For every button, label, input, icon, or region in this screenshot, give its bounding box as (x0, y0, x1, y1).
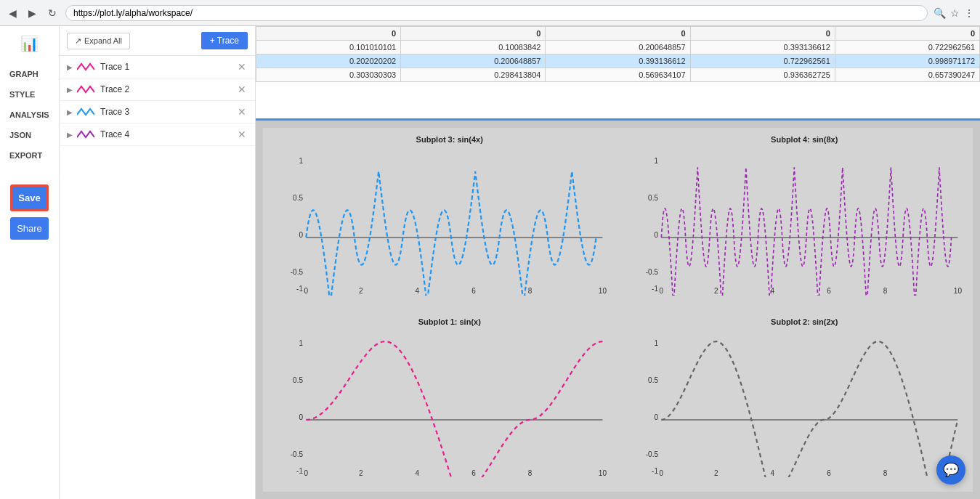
subplot-svg: 1 0.5 0 -0.5 -1 0 2 4 6 8 10 (288, 329, 611, 478)
list-item[interactable]: ▶ Trace 2 ✕ (60, 78, 255, 101)
sidebar-item-analysis[interactable]: ANALYSIS (0, 105, 59, 125)
share-button[interactable]: Share (10, 217, 48, 240)
svg-text:0: 0 (304, 469, 309, 477)
table-cell: 0.298413804 (401, 68, 546, 82)
svg-text:8: 8 (528, 469, 532, 477)
chat-button[interactable]: 💬 (936, 455, 965, 484)
table-cell: 0.722962561 (835, 41, 979, 54)
subplot-title: Subplot 1: sin(x) (288, 317, 611, 326)
svg-text:0: 0 (654, 413, 658, 421)
svg-text:2: 2 (714, 287, 718, 295)
table-row: 0.202020202 0.200648857 0.393136612 0.72… (256, 54, 980, 68)
svg-text:4: 4 (416, 469, 420, 477)
table-row: 0 0 0 0 0 (256, 27, 980, 41)
svg-text:10: 10 (599, 469, 607, 477)
trace-label: Trace 3 (100, 107, 236, 117)
subplot-2: Subplot 2: sin(2x) 1 0.5 0 -0.5 -1 0 2 4… (618, 310, 973, 492)
svg-text:-1: -1 (652, 466, 658, 474)
svg-text:10: 10 (599, 287, 607, 295)
bookmark-icon: ☆ (950, 7, 960, 19)
table-cell: 0.200648857 (546, 41, 690, 54)
svg-text:0.5: 0.5 (293, 194, 303, 202)
svg-text:-0.5: -0.5 (291, 450, 304, 458)
sidebar-item-style[interactable]: STYLE (0, 84, 59, 105)
trace-line-icon (77, 106, 94, 118)
trace-close-icon[interactable]: ✕ (236, 84, 248, 95)
save-share-area: Save Share (3, 177, 55, 247)
expand-icon: ↗ (75, 36, 81, 46)
svg-text:0: 0 (299, 413, 303, 421)
table-cell: 0 (546, 27, 690, 41)
table-cell: 0.393136612 (546, 54, 690, 68)
table-cell: 0 (690, 27, 835, 41)
table-cell: 0.393136612 (690, 41, 835, 54)
trace-panel: ↗ Expand All + Trace ▶ Trace 1 ✕ ▶ T (60, 26, 256, 499)
svg-text:10: 10 (953, 287, 961, 295)
table-cell: 0.657390247 (835, 68, 979, 82)
add-trace-button[interactable]: + Trace (201, 32, 248, 49)
forward-button[interactable]: ▶ (25, 6, 39, 20)
svg-text:-1: -1 (296, 466, 303, 474)
svg-text:1: 1 (299, 338, 303, 346)
sidebar-item-json[interactable]: JSON (0, 125, 59, 145)
save-button[interactable]: Save (10, 184, 48, 211)
list-item[interactable]: ▶ Trace 3 ✕ (60, 101, 255, 123)
svg-text:8: 8 (883, 287, 887, 295)
svg-text:2: 2 (359, 469, 363, 477)
trace-line-icon (77, 84, 94, 95)
subplot-title: Subplot 3: sin(4x) (288, 135, 611, 144)
svg-text:-0.5: -0.5 (645, 268, 658, 276)
list-item[interactable]: ▶ Trace 1 ✕ (60, 56, 255, 78)
svg-rect-0 (288, 147, 611, 296)
svg-text:-1: -1 (652, 285, 658, 293)
svg-text:4: 4 (416, 287, 420, 295)
back-button[interactable]: ◀ (6, 6, 20, 20)
data-table-area[interactable]: 0 0 0 0 0 0.101010101 0.10083842 0.20064… (256, 26, 980, 121)
trace-close-icon[interactable]: ✕ (236, 61, 248, 73)
table-cell: 0.998971172 (835, 54, 979, 68)
trace-line-icon (77, 129, 94, 140)
subplot-svg: 1 0.5 0 -0.5 -1 0 2 4 6 8 10 (288, 147, 611, 296)
trace-close-icon[interactable]: ✕ (236, 129, 248, 140)
url-bar[interactable] (65, 5, 928, 21)
svg-text:6: 6 (827, 469, 831, 477)
chart-icon[interactable]: 📊 (20, 35, 39, 52)
trace-label: Trace 2 (100, 84, 236, 94)
sidebar-nav: GRAPH STYLE ANALYSIS JSON EXPORT (0, 64, 59, 166)
table-cell: 0 (835, 27, 979, 41)
svg-text:6: 6 (827, 287, 831, 295)
table-cell: 0 (401, 27, 546, 41)
expand-arrow-icon: ▶ (67, 86, 73, 94)
trace-label: Trace 1 (100, 62, 236, 72)
svg-text:0: 0 (659, 287, 663, 295)
svg-text:0: 0 (304, 287, 309, 295)
svg-rect-39 (644, 329, 966, 478)
svg-text:8: 8 (528, 287, 532, 295)
chart-area: Subplot 3: sin(4x) 1 0.5 0 -0.5 -1 0 2 4… (256, 121, 980, 499)
subplot-svg: 1 0.5 0 -0.5 -1 0 2 4 6 8 10 (644, 329, 966, 478)
menu-icon: ⋮ (964, 7, 974, 19)
table-cell: 0 (256, 27, 401, 41)
svg-text:0: 0 (654, 231, 658, 239)
svg-text:0.5: 0.5 (293, 376, 303, 384)
table-row: 0.101010101 0.10083842 0.200648857 0.393… (256, 41, 980, 54)
svg-text:-1: -1 (296, 285, 303, 293)
svg-text:0: 0 (299, 231, 303, 239)
browser-bar: ◀ ▶ ↻ 🔍 ☆ ⋮ (0, 0, 980, 26)
table-cell: 0.569634107 (546, 68, 690, 82)
svg-text:1: 1 (654, 338, 658, 346)
browser-actions: 🔍 ☆ ⋮ (934, 7, 974, 19)
left-sidebar: 📊 GRAPH STYLE ANALYSIS JSON EXPORT Save … (0, 26, 60, 499)
table-cell: 0.202020202 (256, 54, 401, 68)
refresh-button[interactable]: ↻ (45, 6, 60, 20)
table-cell: 0.10083842 (401, 41, 546, 54)
sidebar-item-export[interactable]: EXPORT (0, 145, 59, 166)
svg-text:0.5: 0.5 (648, 194, 658, 202)
trace-close-icon[interactable]: ✕ (236, 106, 248, 118)
main-content: 0 0 0 0 0 0.101010101 0.10083842 0.20064… (256, 26, 980, 499)
list-item[interactable]: ▶ Trace 4 ✕ (60, 123, 255, 146)
sidebar-item-graph[interactable]: GRAPH (0, 64, 59, 84)
expand-all-button[interactable]: ↗ Expand All (67, 33, 130, 49)
trace-panel-header: ↗ Expand All + Trace (60, 26, 255, 56)
svg-text:6: 6 (471, 469, 476, 477)
